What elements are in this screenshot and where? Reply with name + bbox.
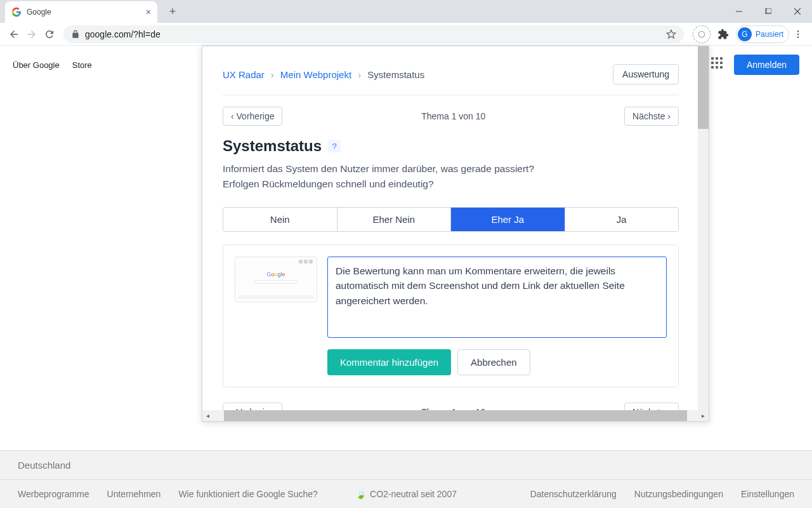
breadcrumb: UX Radar › Mein Webprojekt › Systemstatu… — [223, 69, 424, 80]
svg-point-6 — [797, 30, 799, 32]
chevron-right-icon: › — [271, 69, 274, 80]
ux-radar-panel: UX Radar › Mein Webprojekt › Systemstatu… — [202, 46, 709, 422]
thumbnail-logo: Google — [266, 271, 285, 277]
new-tab-button[interactable]: + — [164, 3, 181, 20]
profile-chip[interactable]: G Pausiert — [736, 25, 789, 43]
close-window-button[interactable] — [783, 1, 812, 22]
comment-textarea[interactable]: Die Bewertung kann man um Kommentare erw… — [327, 257, 667, 338]
page-content: Über Google Store Anmelden UX Radar › Me… — [0, 46, 812, 508]
add-comment-button[interactable]: Kommentar hinzufügen — [327, 349, 451, 375]
tab-strip: Google × + — [0, 0, 812, 23]
svg-point-8 — [797, 36, 799, 38]
svg-point-5 — [698, 31, 704, 37]
section-title: Systemstatus — [223, 137, 322, 155]
prev-button[interactable]: ‹ Vorherige — [223, 107, 282, 126]
footer-how[interactable]: Wie funktioniert die Google Suche? — [178, 489, 317, 499]
bookmark-icon[interactable] — [666, 29, 676, 39]
address-bar[interactable]: google.com/?hl=de — [63, 25, 684, 43]
back-button[interactable] — [5, 25, 23, 43]
profile-status: Pausiert — [756, 30, 783, 39]
svg-point-7 — [797, 33, 799, 35]
maximize-button[interactable] — [754, 1, 783, 22]
rating-yes[interactable]: Ja — [565, 208, 679, 231]
footer-ads[interactable]: Werbeprogramme — [18, 489, 89, 499]
vertical-scrollbar[interactable] — [698, 46, 709, 410]
comment-card: Google Die Bewertung kann man um Komment… — [223, 244, 679, 387]
browser-tab[interactable]: Google × — [5, 1, 157, 23]
scroll-left-icon[interactable]: ◂ — [202, 410, 213, 421]
leaf-icon: 🍃 — [355, 489, 366, 499]
close-icon[interactable]: × — [146, 7, 151, 17]
evaluation-button[interactable]: Auswertung — [613, 64, 679, 84]
scroll-right-icon[interactable]: ▸ — [698, 410, 709, 421]
footer-settings[interactable]: Einstellungen — [741, 489, 794, 499]
rating-group: Nein Eher Nein Eher Ja Ja — [223, 207, 679, 232]
store-link[interactable]: Store — [72, 60, 92, 70]
footer-carbon[interactable]: CO2-neutral seit 2007 — [370, 489, 457, 499]
footer-country: Deutschland — [0, 450, 812, 479]
forward-button[interactable] — [23, 25, 41, 43]
breadcrumb-current: Systemstatus — [367, 69, 424, 80]
window-controls — [724, 0, 812, 23]
minimize-button[interactable] — [724, 1, 754, 22]
chrome-menu-button[interactable] — [789, 25, 807, 43]
google-footer: Deutschland Werbeprogramme Unternehmen W… — [0, 450, 812, 508]
chevron-right-icon: › — [358, 69, 361, 80]
about-link[interactable]: Über Google — [13, 60, 60, 70]
google-favicon — [11, 7, 22, 17]
extensions-puzzle-icon[interactable] — [714, 25, 732, 43]
screenshot-thumbnail[interactable]: Google — [235, 257, 317, 302]
breadcrumb-root[interactable]: UX Radar — [223, 69, 265, 80]
signin-button[interactable]: Anmelden — [734, 55, 799, 75]
section-description: Informiert das System den Nutzer immer d… — [223, 161, 679, 192]
avatar: G — [738, 27, 752, 41]
horizontal-scrollbar[interactable]: ◂ ▸ — [202, 410, 709, 421]
rating-rather-yes[interactable]: Eher Ja — [451, 208, 565, 231]
tab-title: Google — [27, 8, 146, 17]
address-bar-row: google.com/?hl=de G Pausiert — [0, 23, 812, 46]
footer-terms[interactable]: Nutzungsbedingungen — [634, 489, 723, 499]
extension-icon-1[interactable] — [693, 25, 710, 43]
breadcrumb-project[interactable]: Mein Webprojekt — [280, 69, 351, 80]
svg-rect-2 — [766, 8, 771, 13]
apps-grid-icon[interactable] — [711, 57, 726, 72]
help-icon[interactable]: ? — [328, 140, 341, 152]
pager-status: Thema 1 von 10 — [282, 111, 624, 121]
rating-rather-no[interactable]: Eher Nein — [337, 208, 452, 231]
reload-button[interactable] — [41, 25, 58, 43]
footer-privacy[interactable]: Datenschutzerklärung — [530, 489, 617, 499]
url-text: google.com/?hl=de — [85, 29, 666, 39]
next-button[interactable]: Nächste › — [624, 107, 679, 126]
cancel-button[interactable]: Abbrechen — [457, 349, 530, 375]
lock-icon — [71, 30, 80, 39]
rating-no[interactable]: Nein — [223, 208, 337, 231]
footer-business[interactable]: Unternehmen — [107, 489, 161, 499]
